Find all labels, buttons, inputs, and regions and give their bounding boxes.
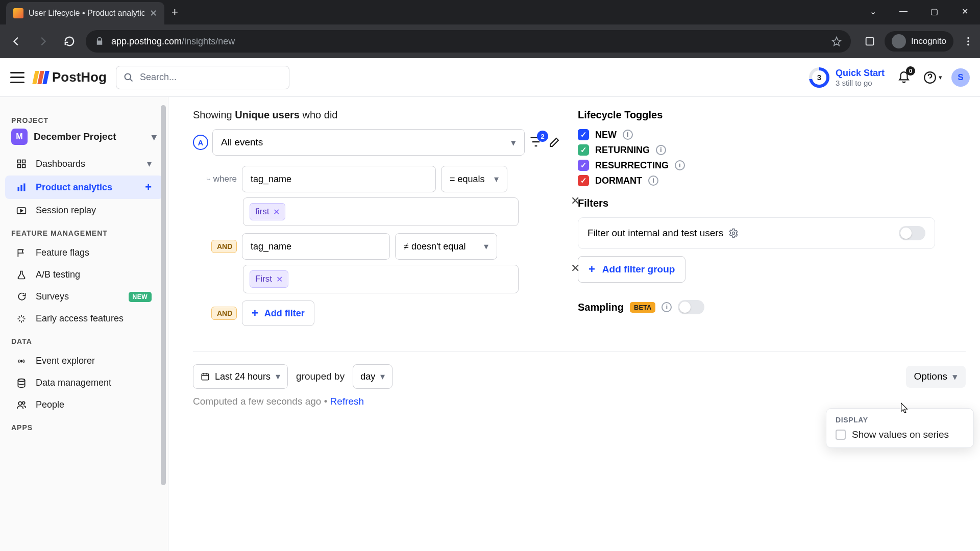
incognito-indicator[interactable]: Incognito: [885, 31, 953, 52]
value-chip[interactable]: First✕: [250, 270, 288, 288]
avatar[interactable]: S: [951, 68, 970, 87]
chevron-down-icon[interactable]: ⌄: [857, 0, 888, 22]
lifecycle-toggle-resurrecting[interactable]: ✓RESURRECTINGi: [578, 160, 945, 171]
beta-badge: BETA: [630, 302, 655, 313]
add-filter-button[interactable]: +Add filter: [242, 300, 314, 326]
incognito-icon: [892, 34, 906, 48]
window-controls: ⌄ — ▢ ✕: [857, 0, 980, 22]
series-badge: A: [193, 135, 208, 150]
add-filter-group-button[interactable]: +Add filter group: [578, 256, 685, 283]
toggle-switch[interactable]: [899, 226, 925, 240]
info-icon[interactable]: i: [648, 176, 658, 186]
property-select[interactable]: tag_name: [242, 233, 390, 260]
value-input[interactable]: first✕: [243, 197, 519, 226]
forward-button[interactable]: [33, 31, 53, 52]
where-label: where: [206, 174, 237, 184]
gear-icon[interactable]: [728, 228, 739, 238]
operator-select[interactable]: = equals▾: [441, 166, 507, 192]
search-icon: [124, 72, 134, 83]
add-filter-group-label: Add filter group: [602, 264, 675, 275]
value-input[interactable]: First✕: [243, 265, 519, 293]
sidebar-item-label: Event explorer: [36, 356, 152, 366]
remove-chip-icon[interactable]: ✕: [273, 207, 280, 217]
refresh-link[interactable]: Refresh: [330, 396, 364, 407]
help-button[interactable]: ▾: [923, 67, 942, 88]
sidebar-item-label: Dashboards: [36, 159, 140, 169]
info-icon[interactable]: i: [623, 130, 633, 140]
show-values-option[interactable]: Show values on series: [836, 429, 964, 440]
svg-rect-7: [22, 160, 26, 163]
url-input[interactable]: app.posthog.com/insights/new: [86, 30, 851, 53]
close-window-icon[interactable]: ✕: [949, 0, 980, 22]
project-badge: M: [11, 129, 28, 145]
sidebar-item-data-management[interactable]: Data management: [5, 372, 163, 393]
plus-icon[interactable]: +: [145, 181, 152, 194]
interval-select[interactable]: day ▾: [353, 364, 393, 389]
property-select[interactable]: tag_name: [242, 166, 436, 192]
people-icon: [16, 400, 29, 410]
date-range-select[interactable]: Last 24 hours ▾: [193, 364, 288, 389]
posthog-logo[interactable]: PostHog: [34, 69, 107, 85]
lifecycle-toggle-returning[interactable]: ✓RETURNINGi: [578, 144, 945, 156]
notifications-button[interactable]: 0: [894, 67, 914, 88]
sampling-row: Sampling BETA i: [578, 300, 945, 314]
menu-icon[interactable]: [963, 36, 974, 47]
back-button[interactable]: [6, 31, 27, 52]
sidebar-item-early-access[interactable]: Early access features: [5, 308, 163, 329]
svg-rect-11: [20, 185, 22, 191]
chevron-down-icon: ▾: [380, 371, 385, 382]
reload-button[interactable]: [59, 31, 80, 52]
minimize-icon[interactable]: —: [888, 0, 919, 22]
toggle-switch[interactable]: [678, 300, 704, 314]
sidebar-item-people[interactable]: People: [5, 394, 163, 415]
sidebar-item-label: Data management: [36, 378, 152, 388]
sidebar-item-surveys[interactable]: Surveys NEW: [5, 286, 163, 307]
sidebar-item-dashboards[interactable]: Dashboards ▾: [5, 153, 163, 174]
remove-filter-icon[interactable]: ✕: [571, 262, 580, 275]
edit-icon[interactable]: [548, 136, 560, 148]
lifecycle-toggle-new[interactable]: ✓NEWi: [578, 129, 945, 140]
filter-label: Filter out internal and test users: [587, 228, 723, 239]
remove-chip-icon[interactable]: ✕: [276, 274, 283, 284]
close-tab-icon[interactable]: ✕: [150, 8, 157, 19]
maximize-icon[interactable]: ▢: [919, 0, 949, 22]
info-icon[interactable]: i: [656, 145, 666, 155]
filter-icon[interactable]: 2: [529, 135, 544, 150]
hamburger-icon[interactable]: [10, 72, 24, 83]
options-button[interactable]: Options ▾: [906, 366, 966, 388]
svg-point-16: [18, 402, 22, 405]
browser-tab[interactable]: User Lifecycle • Product analytic ✕: [6, 2, 164, 24]
operator-select[interactable]: ≠ doesn't equal▾: [395, 233, 497, 260]
search-input[interactable]: Search...: [116, 66, 289, 89]
sidebar-item-feature-flags[interactable]: Feature flags: [5, 242, 163, 263]
new-tab-button[interactable]: +: [172, 6, 178, 19]
project-name: December Project: [34, 131, 145, 142]
progress-ring-icon: 3: [809, 67, 829, 88]
event-select[interactable]: All events ▾: [212, 129, 525, 156]
quick-start-button[interactable]: 3 Quick Start 3 still to go: [809, 67, 885, 88]
plus-icon: +: [589, 263, 595, 276]
scrollbar[interactable]: [160, 103, 167, 545]
chart-icon: [16, 182, 29, 192]
sidebar-item-session-replay[interactable]: Session replay: [5, 200, 163, 221]
sidebar-item-ab-testing[interactable]: A/B testing: [5, 264, 163, 285]
checkbox-icon: ✓: [578, 175, 589, 186]
database-icon: [16, 378, 29, 388]
value-chip[interactable]: first✕: [250, 203, 285, 220]
sidebar-item-label: A/B testing: [36, 269, 152, 280]
remove-filter-icon[interactable]: ✕: [571, 194, 580, 208]
filter-count-badge: 2: [537, 131, 548, 142]
extensions-icon[interactable]: [864, 36, 875, 47]
property-name: tag_name: [251, 174, 291, 185]
star-icon[interactable]: [831, 36, 842, 46]
info-icon[interactable]: i: [675, 160, 685, 170]
project-switcher[interactable]: M December Project ▾: [0, 129, 168, 152]
sidebar-item-event-explorer[interactable]: Event explorer: [5, 350, 163, 371]
sidebar-item-product-analytics[interactable]: Product analytics +: [5, 176, 163, 199]
info-icon[interactable]: i: [662, 302, 672, 312]
play-icon: [16, 206, 29, 216]
lifecycle-toggle-dormant[interactable]: ✓DORMANTi: [578, 175, 945, 186]
new-badge: NEW: [129, 292, 152, 302]
quick-start-subtitle: 3 still to go: [836, 79, 885, 87]
calendar-icon: [201, 372, 210, 381]
